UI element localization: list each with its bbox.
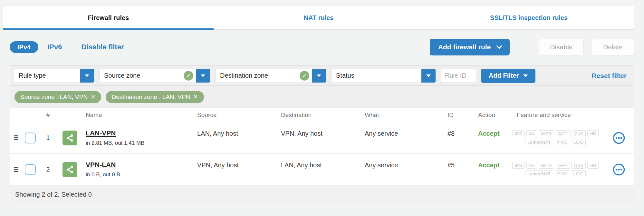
header-what: What <box>362 112 443 119</box>
network-share-icon[interactable] <box>62 162 77 177</box>
disable-filter-link[interactable]: Disable filter <box>81 43 124 51</box>
rule-id-input[interactable] <box>441 69 476 83</box>
badge-hb: HB <box>587 130 599 137</box>
ipv6-toggle[interactable]: IPv6 <box>47 43 62 51</box>
status-dropdown[interactable]: Status <box>331 69 436 83</box>
table-footer: Showing 2 of 2. Selected 0 <box>10 185 634 204</box>
badge-web: WEB <box>539 130 554 137</box>
dropdown-arrow-icon[interactable] <box>312 69 326 83</box>
header-destination: Destination <box>278 112 362 119</box>
ellipsis-menu-icon[interactable] <box>612 132 625 144</box>
header-feature-and-service: Feature and service <box>507 112 604 119</box>
table-row: 1 LAN-VPN in 2.81 MB, out 1.41 MB LAN, A… <box>10 122 634 154</box>
badge-prx: PRX <box>555 139 569 145</box>
disable-button[interactable]: Disable <box>539 39 584 55</box>
add-firewall-rule-label: Add firewall rule <box>438 43 491 51</box>
badge-linkednat: LinkedNAT <box>525 139 553 145</box>
rule-name-link[interactable]: VPN-LAN <box>86 161 116 169</box>
ellipsis-menu-icon[interactable] <box>612 163 625 176</box>
what-cell: Any service <box>362 122 443 153</box>
filter-chip-destination-zone[interactable]: Destination zone : LAN, VPN ✕ <box>106 91 204 103</box>
badge-ips: IPS <box>512 130 524 137</box>
row-menu-cell <box>604 154 634 185</box>
filter-chip-source-zone[interactable]: Source zone : LAN, VPN ✕ <box>14 91 101 103</box>
filter-applied-check-icon: ✓ <box>300 71 309 81</box>
close-icon[interactable]: ✕ <box>91 93 95 100</box>
source-cell: LAN, Any host <box>195 122 278 153</box>
rules-tab-bar: Firewall rules NAT rules SSL/TLS inspect… <box>3 6 634 30</box>
ipv4-toggle[interactable]: IPv4 <box>10 41 38 53</box>
table-row: 2 VPN-LAN in 0 B, out 0 B VPN, Any host … <box>10 154 634 185</box>
tab-ssl-tls-inspection-rules[interactable]: SSL/TLS inspection rules <box>424 6 634 29</box>
what-cell: Any service <box>362 154 443 185</box>
rule-icon-cell <box>58 154 82 185</box>
row-menu-cell <box>604 122 634 153</box>
drag-handle-cell <box>10 154 22 185</box>
network-share-icon[interactable] <box>62 131 77 145</box>
rule-traffic: in 2.81 MB, out 1.41 MB <box>86 140 195 146</box>
badge-app: APP <box>556 130 570 137</box>
badge-qos: QoS <box>572 162 586 169</box>
add-firewall-rule-button[interactable]: Add firewall rule <box>430 39 510 55</box>
badge-av: AV <box>526 162 537 169</box>
badge-linkednat: LinkedNAT <box>525 170 553 177</box>
checkbox-cell <box>22 122 38 153</box>
dropdown-arrow-icon[interactable] <box>421 69 436 83</box>
rule-id-cell: #5 <box>443 154 472 185</box>
reset-filter-link[interactable]: Reset filter <box>591 72 627 80</box>
destination-zone-label: Destination zone <box>216 72 300 79</box>
row-checkbox[interactable] <box>25 164 36 175</box>
rule-type-dropdown[interactable]: Rule type <box>14 69 94 83</box>
badge-ips: IPS <box>512 162 524 169</box>
table-header: # Name Source Destination What ID Action… <box>10 108 634 122</box>
rule-type-label: Rule type <box>14 72 80 79</box>
dropdown-arrow-icon <box>523 74 528 77</box>
header-source: Source <box>195 112 278 119</box>
badge-web: WEB <box>539 162 554 169</box>
row-number: 2 <box>38 154 58 185</box>
delete-button[interactable]: Delete <box>592 39 634 55</box>
feature-and-service-cell: IPS AV WEB APP QoS HB LinkedNAT PRX LOG <box>507 122 604 153</box>
source-zone-dropdown[interactable]: Source zone ✓ <box>99 69 210 83</box>
drag-handle-icon[interactable] <box>14 167 18 172</box>
header-id: ID <box>443 112 472 119</box>
tab-nat-rules[interactable]: NAT rules <box>214 6 424 29</box>
badge-app: APP <box>556 162 570 169</box>
destination-cell: VPN, Any host <box>278 122 362 153</box>
drag-handle-cell <box>10 122 22 153</box>
source-cell: VPN, Any host <box>195 154 278 185</box>
firewall-rules-panel: Rule type Source zone ✓ Destination zone… <box>10 65 634 204</box>
feature-and-service-cell: IPS AV WEB APP QoS HB LinkedNAT PRX LOG <box>507 154 604 185</box>
rule-name-link[interactable]: LAN-VPN <box>86 129 116 137</box>
rule-traffic: in 0 B, out 0 B <box>86 172 195 178</box>
add-filter-label: Add Filter <box>489 72 519 79</box>
row-checkbox[interactable] <box>25 133 36 143</box>
rule-icon-cell <box>58 122 82 153</box>
row-number: 1 <box>38 122 58 153</box>
add-filter-button[interactable]: Add Filter <box>481 69 535 83</box>
header-number: # <box>38 112 58 119</box>
badge-qos: QoS <box>572 130 586 137</box>
close-icon[interactable]: ✕ <box>193 93 198 100</box>
filter-chip-label: Source zone : LAN, VPN <box>20 93 88 101</box>
chevron-down-icon <box>496 43 502 49</box>
destination-zone-dropdown[interactable]: Destination zone ✓ <box>215 69 326 83</box>
badge-av: AV <box>526 130 537 137</box>
checkbox-cell <box>22 154 38 185</box>
badge-hb: HB <box>587 162 599 169</box>
dropdown-arrow-icon[interactable] <box>80 69 94 83</box>
tab-firewall-rules[interactable]: Firewall rules <box>3 6 214 29</box>
active-filters-row: Source zone : LAN, VPN ✕ Destination zon… <box>10 86 634 108</box>
drag-handle-icon[interactable] <box>14 135 18 140</box>
source-zone-label: Source zone <box>100 72 184 79</box>
filter-bar: Rule type Source zone ✓ Destination zone… <box>10 66 634 86</box>
filter-applied-check-icon: ✓ <box>184 71 193 81</box>
row-count-summary: Showing 2 of 2. Selected 0 <box>15 191 92 198</box>
rule-id-cell: #8 <box>443 122 472 153</box>
action-cell: Accept <box>472 154 507 185</box>
badge-prx: PRX <box>555 170 569 177</box>
status-label: Status <box>332 72 421 79</box>
dropdown-arrow-icon[interactable] <box>196 69 210 83</box>
badge-log: LOG <box>571 170 586 177</box>
rule-name-cell: LAN-VPN in 2.81 MB, out 1.41 MB <box>82 122 195 153</box>
